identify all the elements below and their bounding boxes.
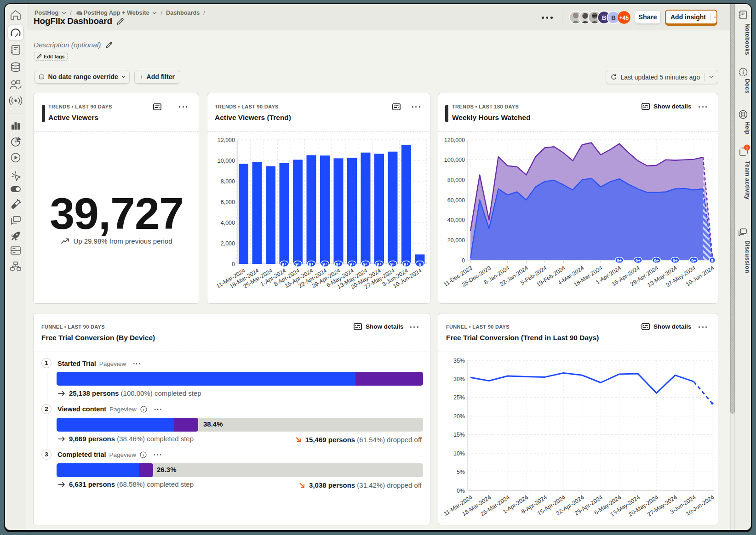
svg-text:9+: 9+ <box>404 262 409 267</box>
svg-text:9+: 9+ <box>336 262 341 267</box>
svg-text:120,000: 120,000 <box>444 137 465 143</box>
svg-text:9+: 9+ <box>322 262 327 267</box>
svg-text:Docs: Docs <box>744 79 751 94</box>
svg-text:+45: +45 <box>619 15 629 21</box>
svg-text:6: 6 <box>418 262 421 267</box>
svg-text:10%: 10% <box>453 450 465 457</box>
svg-text:Discussion: Discussion <box>744 240 751 273</box>
svg-text:40,000: 40,000 <box>447 217 465 223</box>
svg-text:0: 0 <box>462 257 465 264</box>
svg-text:8,000: 8,000 <box>221 178 235 185</box>
svg-text:30%: 30% <box>453 376 465 382</box>
svg-text:2,000: 2,000 <box>221 240 235 247</box>
svg-text:25%: 25% <box>453 394 465 401</box>
svg-text:9+: 9+ <box>282 262 287 267</box>
svg-text:1: 1 <box>746 146 748 150</box>
svg-text:4,000: 4,000 <box>221 220 235 226</box>
svg-text:9+: 9+ <box>349 262 355 267</box>
svg-text:12,000: 12,000 <box>218 137 235 143</box>
svg-text:35%: 35% <box>453 358 465 364</box>
svg-text:20%: 20% <box>453 413 465 420</box>
svg-text:15%: 15% <box>453 432 465 438</box>
svg-text:20,000: 20,000 <box>447 237 465 244</box>
svg-text:9+: 9+ <box>295 262 300 267</box>
svg-text:5%: 5% <box>457 469 465 475</box>
svg-text:100,000: 100,000 <box>444 157 465 163</box>
svg-text:6,000: 6,000 <box>221 199 235 205</box>
svg-text:10,000: 10,000 <box>218 158 235 164</box>
svg-text:B: B <box>602 14 607 21</box>
svg-text:60,000: 60,000 <box>447 197 465 204</box>
svg-text:0%: 0% <box>457 488 465 494</box>
svg-text:9+: 9+ <box>377 262 382 267</box>
svg-text:9+: 9+ <box>309 262 314 267</box>
svg-text:Team activity: Team activity <box>744 161 751 200</box>
svg-text:0: 0 <box>232 261 235 268</box>
svg-text:Help: Help <box>744 121 751 135</box>
svg-text:9+: 9+ <box>390 262 395 267</box>
svg-text:Notebooks: Notebooks <box>744 23 751 55</box>
svg-text:9+: 9+ <box>363 262 368 267</box>
svg-text:80,000: 80,000 <box>447 177 465 183</box>
svg-text:B: B <box>611 14 616 21</box>
